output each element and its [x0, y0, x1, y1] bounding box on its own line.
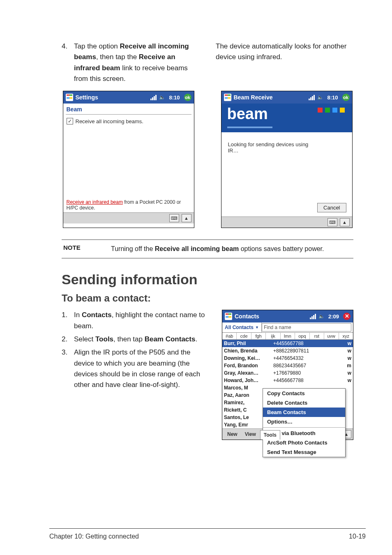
menu-new[interactable]: New [224, 430, 241, 439]
contact-tag: w [344, 378, 351, 383]
note-text: Turning off the Receive all incoming bea… [111, 244, 324, 254]
window-title: Contacts [235, 313, 307, 320]
contact-number: +886228907811 [273, 348, 344, 354]
receive-ir-link-row: Receive an infrared beam from a Pocket P… [66, 199, 191, 212]
checkbox-icon[interactable]: ✓ [67, 118, 73, 124]
contact-tag: w [344, 370, 351, 376]
receive-all-checkbox-row[interactable]: ✓ Receive all incoming beams. [66, 115, 191, 125]
contact-number: 886234435667 [273, 363, 344, 368]
contact-number: +176679880 [273, 370, 344, 376]
titlebar: Contacts 🔈 2:09 ✕ [222, 310, 353, 322]
contact-number: +4476654332 [273, 355, 344, 361]
footer-page-number: 10-19 [349, 533, 366, 540]
start-flag-icon [225, 313, 232, 320]
contact-name: Howard, Joh… [224, 378, 273, 383]
alpha-cell[interactable]: uvw [324, 333, 339, 339]
up-arrow-icon[interactable]: ▲ [340, 218, 350, 226]
alpha-index-row[interactable]: #abcdefghijklmnopqrstuvwxyz [222, 333, 353, 340]
alpha-cell[interactable]: cde [237, 333, 251, 339]
receive-status-text: Looking for sending devices using IR… [221, 132, 352, 203]
contact-row[interactable]: Ford, Brandon886234435667m [222, 362, 353, 369]
up-arrow-icon[interactable]: ▲ [182, 214, 191, 222]
note-text-a: Turning off the [111, 245, 155, 252]
start-flag-icon [224, 94, 231, 101]
contact-number: +4456667788 [273, 378, 344, 383]
alpha-cell[interactable]: xyz [339, 333, 353, 339]
alpha-cell[interactable]: opq [295, 333, 309, 339]
step-2-c: , then tap [113, 335, 145, 343]
step-2-bold-1: Tools [95, 335, 113, 343]
clock-time: 8:10 [167, 94, 181, 101]
step-1-bold: Contacts [82, 311, 112, 319]
note-block: NOTE Turning off the Receive all incomin… [62, 240, 353, 258]
cancel-button[interactable]: Cancel [317, 203, 346, 212]
menu-item[interactable]: Options… [263, 417, 345, 426]
speaker-icon: 🔈 [318, 313, 324, 319]
alpha-cell[interactable]: ijk [266, 333, 280, 339]
menu-item[interactable]: Send Text Message [263, 447, 345, 457]
step-4-number: 4. [62, 41, 72, 52]
step-2-e: . [195, 335, 197, 343]
screenshot-settings-beam: Settings 🔈 8:10 ok Beam ✓ Receive all in… [63, 91, 194, 228]
keyboard-icon[interactable]: ⌨ [327, 218, 337, 226]
contact-row[interactable]: Gray, Alexan…+176679880w [222, 369, 353, 377]
menu-tools[interactable]: Tools [260, 430, 280, 440]
signal-icon [150, 94, 157, 100]
menu-view[interactable]: View [242, 430, 259, 439]
contact-name: Ford, Brandon [224, 363, 273, 368]
step-4-text-c: , then tap the [96, 53, 139, 61]
step-4: 4. Tap the option Receive all incoming b… [62, 41, 199, 84]
all-contacts-label: All Contacts [225, 325, 254, 330]
alpha-cell[interactable]: #ab [222, 333, 237, 339]
bottom-bar: ⌨ ▲ [221, 216, 352, 228]
tools-context-menu[interactable]: Copy ContactsDelete ContactsBeam Contact… [263, 388, 346, 457]
contact-tag: m [344, 363, 351, 368]
keyboard-icon[interactable]: ⌨ [169, 214, 179, 222]
ok-button[interactable]: ok [184, 94, 191, 101]
sub-title: To beam a contact: [62, 292, 366, 304]
start-flag-icon [66, 94, 73, 101]
step-3-text: Align the IR ports of the P505 and the d… [74, 348, 200, 389]
note-text-bold: Receive all incoming beam [155, 245, 239, 252]
close-button[interactable]: ✕ [343, 313, 350, 320]
contact-row[interactable]: Chien, Brenda+886228907811w [222, 347, 353, 355]
receive-status-line2: IR… [228, 147, 346, 154]
alpha-cell[interactable]: lmn [281, 333, 295, 339]
banner-squares-icon [318, 108, 345, 113]
contact-name: Burr, Phil [224, 341, 273, 346]
titlebar: Settings 🔈 8:10 ok [63, 91, 194, 104]
note-text-c: options saves battery power. [239, 245, 324, 252]
step-1: 1. In Contacts, highlight the contact na… [62, 310, 205, 332]
menu-item[interactable]: Copy Contacts [263, 389, 345, 398]
step-3: 3. Align the IR ports of the P505 and th… [62, 347, 205, 390]
menu-item[interactable]: Delete Contacts [263, 398, 345, 408]
contact-tag: w [344, 348, 351, 354]
footer-chapter: Chapter 10: Getting connected [49, 533, 139, 540]
signal-icon [309, 94, 315, 100]
step-2: 2. Select Tools, then tap Beam Contacts. [62, 334, 205, 345]
contact-name: Gray, Alexan… [224, 370, 273, 376]
all-contacts-dropdown[interactable]: All Contacts ▼ [222, 323, 261, 332]
find-name-input[interactable]: Find a name [262, 323, 351, 332]
menu-item[interactable]: Beam Contacts [263, 408, 345, 417]
contact-name: Chien, Brenda [224, 348, 273, 354]
step-1-a: In [74, 311, 82, 319]
receive-ir-link[interactable]: Receive an infrared beam [67, 199, 123, 205]
alpha-cell[interactable]: fgh [251, 333, 266, 339]
signal-icon [310, 313, 316, 319]
auto-look-text: The device automatically looks for anoth… [216, 41, 353, 63]
bottom-bar: ⌨ ▲ [63, 212, 194, 223]
contact-row[interactable]: Burr, Phil+4455667788w [222, 340, 353, 347]
step-4-text-a: Tap the option [74, 42, 120, 50]
speaker-icon: 🔈 [159, 94, 165, 100]
contact-row[interactable]: Howard, Joh…+4456667788w [222, 377, 353, 384]
clock-time: 8:10 [325, 94, 339, 101]
step-2-bold-2: Beam Contacts [145, 335, 196, 343]
step-2-a: Select [74, 335, 95, 343]
window-title: Settings [76, 94, 148, 101]
alpha-cell[interactable]: rst [310, 333, 324, 339]
ok-button[interactable]: ok [342, 94, 350, 101]
chevron-down-icon: ▼ [255, 325, 259, 329]
contact-row[interactable]: Downing, Kei…+4476654332w [222, 355, 353, 362]
speaker-icon: 🔈 [317, 94, 323, 100]
